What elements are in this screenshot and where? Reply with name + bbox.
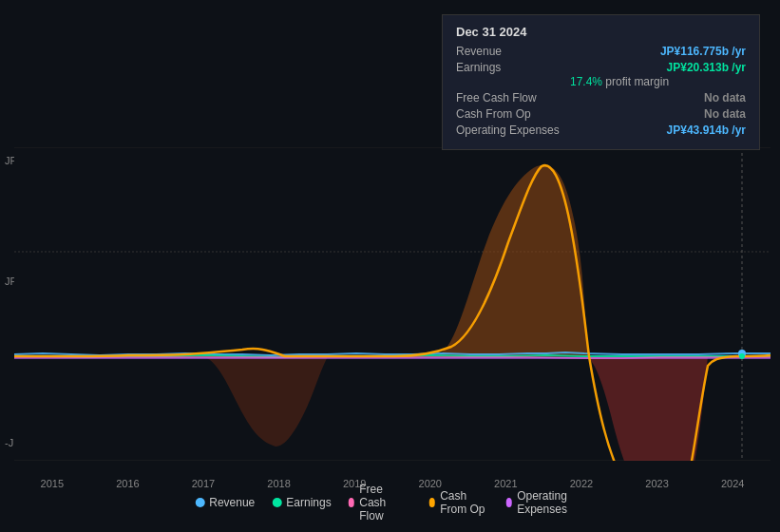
tooltip-date: Dec 31 2024 [456,25,746,39]
tooltip: Dec 31 2024 Revenue JP¥116.775b /yr Earn… [442,14,760,150]
legend-item-earnings[interactable]: Earnings [272,496,331,509]
chart-container: Dec 31 2024 Revenue JP¥116.775b /yr Earn… [0,0,780,532]
legend-dot-earnings [272,498,281,507]
legend: Revenue Earnings Free Cash Flow Cash Fro… [195,483,585,522]
legend-item-fcf[interactable]: Free Cash Flow [349,483,412,522]
chart-area [14,147,770,461]
legend-item-cashfromop[interactable]: Cash From Op [429,489,489,516]
profit-margin: 17.4% profit margin [456,75,746,88]
x-label-2024: 2024 [694,478,770,489]
opex-value: JP¥43.914b /yr [667,124,746,137]
legend-dot-opex [506,498,513,507]
legend-label-cashfromop: Cash From Op [440,489,488,516]
x-label-2016: 2016 [90,478,166,489]
cashfromop-value: No data [704,107,746,121]
legend-label-revenue: Revenue [209,496,255,509]
tooltip-row-opex: Operating Expenses JP¥43.914b /yr [456,124,746,137]
x-label-2023: 2023 [619,478,695,489]
opex-label: Operating Expenses [456,124,570,137]
earnings-label: Earnings [456,61,570,74]
earnings-value: JP¥20.313b /yr [667,61,746,74]
fcf-value: No data [704,91,746,104]
legend-item-opex[interactable]: Operating Expenses [506,489,585,516]
tooltip-row-cashfromop: Cash From Op No data [456,107,746,121]
revenue-value: JP¥116.775b /yr [660,45,746,58]
legend-label-opex: Operating Expenses [517,489,585,516]
tooltip-row-revenue: Revenue JP¥116.775b /yr [456,45,746,58]
legend-label-earnings: Earnings [286,496,331,509]
legend-item-revenue[interactable]: Revenue [195,496,255,509]
chart-svg [14,147,770,461]
revenue-label: Revenue [456,45,570,58]
svg-point-7 [739,353,745,359]
x-label-2015: 2015 [14,478,90,489]
legend-dot-revenue [195,498,204,507]
tooltip-row-fcf: Free Cash Flow No data [456,91,746,104]
tooltip-row-earnings: Earnings JP¥20.313b /yr [456,61,746,74]
legend-dot-fcf [349,498,355,507]
fcf-label: Free Cash Flow [456,91,570,104]
profit-margin-value: 17.4% [570,75,602,88]
cashfromop-label: Cash From Op [456,107,570,121]
legend-label-fcf: Free Cash Flow [359,483,411,522]
legend-dot-cashfromop [429,498,436,507]
